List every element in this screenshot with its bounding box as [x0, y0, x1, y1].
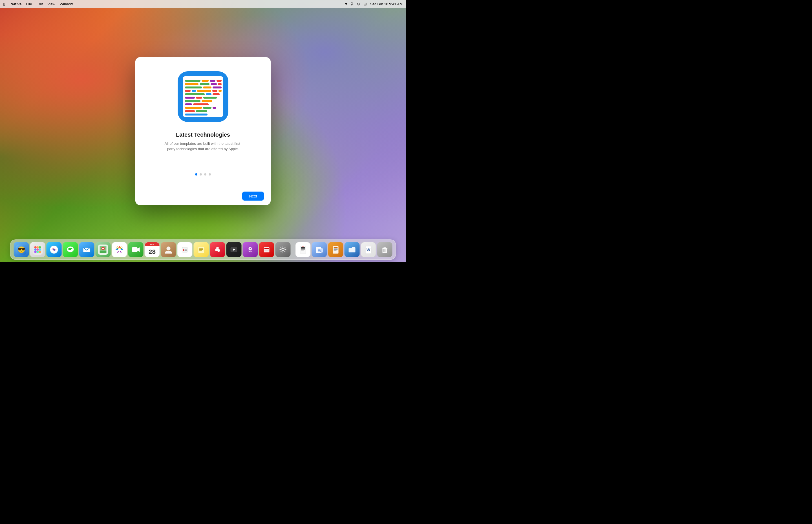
- svg-rect-10: [185, 86, 202, 88]
- svg-rect-32: [196, 110, 207, 112]
- svg-rect-5: [217, 80, 222, 82]
- dialog-footer: Next: [136, 187, 271, 205]
- dialog-overlay: Latest Technologies All of our templates…: [0, 0, 406, 262]
- svg-rect-15: [197, 90, 211, 92]
- svg-rect-31: [185, 110, 195, 112]
- menubar-app-name[interactable]: Native: [11, 2, 21, 6]
- onboarding-dialog: Latest Technologies All of our templates…: [136, 57, 271, 205]
- next-button[interactable]: Next: [242, 192, 264, 201]
- svg-rect-2: [185, 80, 201, 82]
- svg-rect-28: [185, 107, 202, 109]
- svg-rect-21: [185, 97, 195, 99]
- datetime-display: Sat Feb 10 9:41 AM: [370, 2, 403, 6]
- svg-rect-23: [203, 97, 217, 99]
- dot-2: [200, 173, 202, 176]
- menubar-edit[interactable]: Edit: [36, 2, 43, 6]
- svg-rect-33: [185, 114, 208, 115]
- dot-3: [204, 173, 206, 176]
- svg-rect-8: [211, 83, 217, 85]
- menubar:  Native File Edit View Window ▾ ⚲ ⊙ ⊞ S…: [0, 0, 406, 8]
- svg-rect-24: [185, 100, 201, 102]
- menubar-view[interactable]: View: [47, 2, 55, 6]
- svg-rect-27: [193, 103, 209, 105]
- svg-rect-19: [206, 93, 211, 95]
- svg-rect-18: [185, 93, 205, 95]
- control-center-icon[interactable]: ⊞: [363, 2, 367, 6]
- app-icon-illustration: [175, 68, 231, 125]
- pagination-dots: [195, 169, 211, 180]
- dialog-title: Latest Technologies: [176, 132, 230, 138]
- menubar-file[interactable]: File: [26, 2, 32, 6]
- svg-rect-6: [185, 83, 198, 85]
- svg-rect-26: [185, 103, 192, 105]
- time-machine-icon: ⊙: [357, 2, 360, 6]
- svg-rect-11: [203, 86, 211, 88]
- dot-4: [209, 173, 211, 176]
- svg-rect-12: [212, 86, 222, 88]
- svg-rect-20: [212, 93, 220, 95]
- svg-rect-4: [210, 80, 216, 82]
- search-icon[interactable]: ⚲: [350, 2, 353, 6]
- svg-rect-22: [196, 97, 202, 99]
- svg-rect-7: [200, 83, 209, 85]
- wifi-icon: ▾: [345, 2, 347, 6]
- svg-rect-25: [202, 100, 212, 102]
- dialog-description: All of our templates are built with the …: [163, 141, 242, 152]
- dot-1: [195, 173, 197, 176]
- svg-rect-14: [192, 90, 196, 92]
- svg-rect-17: [219, 90, 222, 92]
- svg-rect-16: [212, 90, 217, 92]
- svg-rect-3: [202, 80, 209, 82]
- svg-rect-13: [185, 90, 191, 92]
- svg-rect-9: [218, 83, 222, 85]
- svg-rect-30: [212, 107, 216, 109]
- svg-rect-29: [203, 107, 211, 109]
- apple-logo-icon: : [3, 2, 5, 6]
- menubar-window[interactable]: Window: [60, 2, 73, 6]
